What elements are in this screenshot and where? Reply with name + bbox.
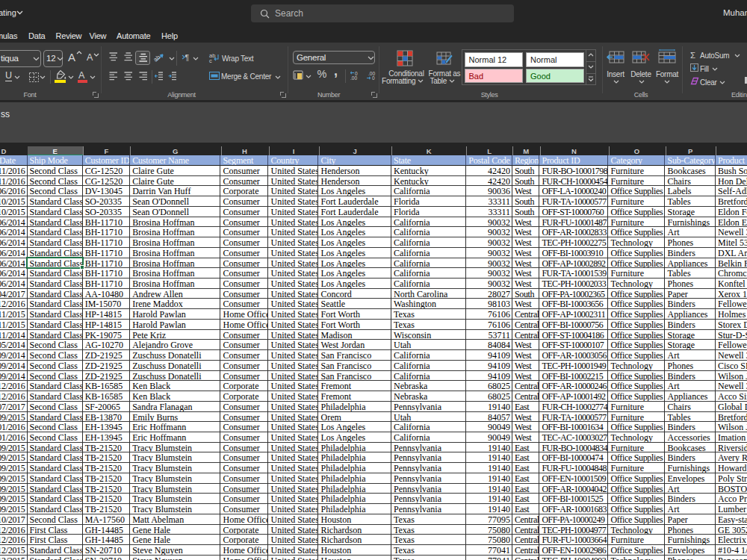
svg-text:c: c bbox=[209, 57, 212, 64]
svg-text:¶: ¶ bbox=[185, 53, 190, 62]
svg-text:.00: .00 bbox=[350, 75, 357, 81]
svg-text:0: 0 bbox=[372, 75, 375, 81]
